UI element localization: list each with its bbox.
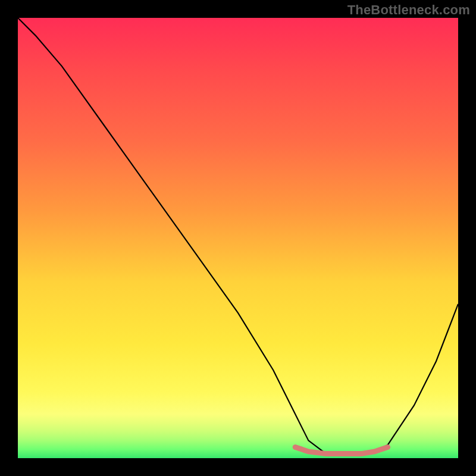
plot-area: [18, 18, 458, 458]
bottleneck-curve: [18, 18, 458, 454]
highlight-segment: [295, 447, 387, 454]
watermark-text: TheBottleneck.com: [347, 2, 470, 18]
curve-layer: [18, 18, 458, 458]
chart-frame: TheBottleneck.com: [0, 0, 476, 476]
